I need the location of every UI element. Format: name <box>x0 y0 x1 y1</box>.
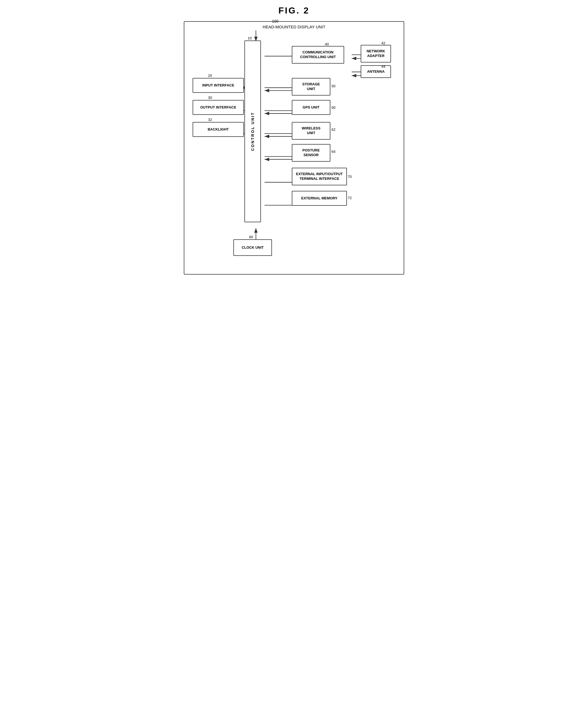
ref-gps-unit: 60 <box>331 106 335 110</box>
posture-sensor: POSTURE SENSOR <box>292 144 330 162</box>
wireless-unit: WIRELESS UNIT <box>292 122 330 140</box>
ref-storage-unit: 50 <box>331 84 335 88</box>
ext-io-terminal: EXTERNAL INPUT/OUTPUT TERMINAL INTERFACE <box>292 168 347 185</box>
outer-box: HEAD-MOUNTED DISPLAY UNIT <box>184 21 404 274</box>
ref-output-interface: 30 <box>208 96 212 100</box>
page: FIG. 2 100 HEAD-MOUNTED DISPLAY UNIT <box>184 5 404 274</box>
ref-control-unit: 10 <box>248 36 252 40</box>
communication-controlling-unit: COMMUNICATION CONTROLLING UNIT <box>292 46 344 64</box>
gps-unit: GPS UNIT <box>292 100 330 115</box>
output-interface: OUTPUT INTERFACE <box>193 100 244 115</box>
diagram-area: 100 HEAD-MOUNTED DISPLAY UNIT <box>184 21 404 274</box>
ref-ext-io-terminal: 70 <box>348 174 352 179</box>
ref-posture-sensor: 64 <box>331 149 335 154</box>
ref-comm-ctrl: 40 <box>325 42 329 46</box>
backlight: BACKLIGHT <box>193 122 244 137</box>
ref-input-interface: 20 <box>208 74 212 78</box>
ref-backlight: 32 <box>208 118 212 122</box>
clock-unit: CLOCK UNIT <box>233 239 272 256</box>
ref-wireless-unit: 62 <box>331 127 335 132</box>
ref-network-adapter: 42 <box>381 41 385 45</box>
network-adapter: NETWORK ADAPTER <box>361 45 391 63</box>
ref-antenna: 44 <box>381 65 385 69</box>
external-memory: EXTERNAL MEMORY <box>292 191 347 206</box>
control-unit: CONTROL UNIT <box>244 40 261 222</box>
ref-external-memory: 72 <box>348 196 352 200</box>
outer-label: HEAD-MOUNTED DISPLAY UNIT <box>263 24 325 29</box>
storage-unit: STORAGE UNIT <box>292 78 330 96</box>
ref-clock-unit: 80 <box>249 235 253 239</box>
figure-title: FIG. 2 <box>184 5 404 16</box>
input-interface: INPUT INTERFACE <box>193 78 244 93</box>
antenna: ANTENNA <box>361 65 391 78</box>
